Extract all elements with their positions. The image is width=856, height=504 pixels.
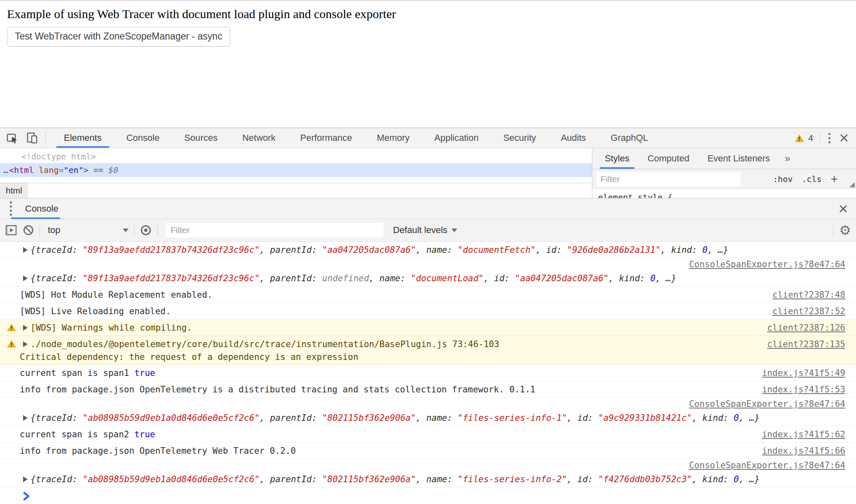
console-message-text: current span is span2 true	[0, 429, 155, 439]
warning-count-badge[interactable]: 4	[794, 133, 813, 143]
tab-application[interactable]: Application	[422, 128, 491, 148]
selected-html-node[interactable]: …<html lang="en"> == $0	[0, 163, 592, 177]
tab-event-listeners[interactable]: Event Listeners	[698, 148, 779, 169]
expand-triangle-icon[interactable]	[23, 275, 28, 281]
styles-filter-row: :hov .cls +	[592, 169, 856, 189]
console-sidebar-icon[interactable]	[5, 224, 17, 236]
drawer-close-icon[interactable]	[838, 203, 849, 214]
warning-count: 4	[808, 133, 813, 143]
warning-icon	[7, 340, 16, 350]
resize-grip-icon[interactable]	[849, 182, 855, 187]
console-message: ConsoleSpanExporter.js?8e47:64{traceId: …	[0, 258, 856, 287]
expand-triangle-icon[interactable]	[23, 247, 28, 253]
expand-triangle-icon[interactable]	[23, 341, 28, 347]
page-title: Example of using Web Tracer with documen…	[0, 1, 856, 21]
source-link[interactable]: ConsoleSpanExporter.js?8e47:64	[689, 259, 845, 269]
source-link-row: ConsoleSpanExporter.js?8e47:64	[0, 459, 856, 471]
source-link[interactable]: client?2387:52	[772, 306, 845, 316]
tab-styles[interactable]: Styles	[596, 148, 638, 169]
tab-security[interactable]: Security	[491, 128, 548, 148]
test-webtracer-button[interactable]: Test WebTracer with ZoneScopeManager - a…	[7, 27, 230, 47]
console-message: [WDS] Hot Module Replacement enabled.cli…	[0, 287, 856, 303]
tab-network[interactable]: Network	[230, 128, 288, 148]
prompt-chevron-icon	[22, 491, 31, 502]
doctype-node[interactable]: <!doctype html>	[0, 149, 592, 163]
web-page-area: Example of using Web Tracer with documen…	[0, 0, 856, 129]
tab-audits[interactable]: Audits	[548, 128, 598, 148]
elements-panel: <!doctype html> …<html lang="en"> == $0 …	[0, 148, 856, 198]
styles-rules-clipped: element.style {	[592, 189, 856, 198]
console-settings-gear-icon[interactable]: ⚙	[839, 224, 851, 237]
tab-computed[interactable]: Computed	[638, 148, 699, 169]
styles-sidebar: StylesComputedEvent Listeners» :hov .cls…	[592, 148, 856, 198]
source-link[interactable]: client?2387:126	[767, 323, 845, 333]
toggle-device-toolbar-icon[interactable]	[26, 131, 39, 145]
console-message-row: current span is span1 trueindex.js?41f5:…	[0, 365, 856, 381]
divider	[820, 132, 820, 144]
divider	[134, 224, 134, 236]
new-style-rule-button[interactable]: +	[830, 172, 838, 186]
console-message-text: info from package.json OpenTelemetry Web…	[0, 446, 296, 456]
console-message-row: {traceId: "89f13a9aefdd217837b74326df23c…	[0, 270, 856, 286]
tab-sources[interactable]: Sources	[172, 128, 230, 148]
source-link[interactable]: index.js?41f5:62	[762, 429, 845, 439]
source-link[interactable]: index.js?41f5:53	[762, 385, 845, 394]
source-link[interactable]: client?2387:48	[772, 290, 845, 300]
styles-overflow-tabs-icon[interactable]: »	[779, 148, 796, 169]
clear-console-icon[interactable]	[23, 224, 34, 236]
toggle-class-button[interactable]: .cls	[802, 174, 821, 184]
console-message-text: [WDS] Hot Module Replacement enabled.	[0, 290, 213, 300]
console-message-row: info from package.json OpenTelemetry is …	[0, 381, 856, 397]
collapsed-ellipsis[interactable]: …	[3, 165, 8, 175]
devtools-tabs: ElementsConsoleSourcesNetworkPerformance…	[51, 128, 660, 148]
source-link[interactable]: ConsoleSpanExporter.js?8e47:64	[689, 460, 845, 470]
devtools-close-icon[interactable]	[839, 133, 849, 143]
console-message-row: [WDS] Hot Module Replacement enabled.cli…	[0, 287, 856, 303]
expand-triangle-icon[interactable]	[23, 325, 28, 331]
console-toolbar: top Default levels ⚙	[0, 219, 856, 242]
expand-triangle-icon[interactable]	[23, 415, 28, 421]
devtools-menu-icon[interactable]	[827, 131, 832, 145]
console-message-text: [WDS] Live Reloading enabled.	[0, 306, 171, 316]
console-filter-input[interactable]	[166, 223, 384, 238]
console-message-row: Critical dependency: the request of a de…	[0, 352, 856, 364]
console-message: current span is span1 trueindex.js?41f5:…	[0, 365, 856, 381]
execution-context-selector[interactable]: top	[45, 225, 129, 236]
console-prompt[interactable]	[0, 488, 856, 504]
element-style-rule: element.style {	[598, 192, 856, 198]
console-message-text: {traceId: "ab08985b59d9eb1a0d846d6e0e5cf…	[0, 413, 760, 423]
devtools-tabbar: ElementsConsoleSourcesNetworkPerformance…	[0, 128, 856, 148]
dom-tree: <!doctype html> …<html lang="en"> == $0 …	[0, 148, 592, 198]
console-warning-message: ./node_modules/@opentelemetry/core/build…	[0, 336, 856, 365]
console-message-text: ./node_modules/@opentelemetry/core/build…	[0, 339, 499, 349]
dropdown-caret-icon	[451, 229, 457, 232]
divider	[40, 224, 40, 236]
console-drawer-header: Console	[0, 198, 856, 219]
source-link[interactable]: client?2387:135	[767, 339, 845, 349]
console-message-text: Critical dependency: the request of a de…	[0, 352, 358, 362]
divider	[45, 132, 46, 144]
source-link[interactable]: index.js?41f5:66	[762, 446, 845, 456]
toggle-hover-state-button[interactable]: :hov	[773, 174, 793, 184]
tab-performance[interactable]: Performance	[288, 128, 365, 148]
tab-graphql[interactable]: GraphQL	[599, 128, 661, 148]
console-message-row: [WDS] Warnings while compiling.client?23…	[0, 320, 856, 336]
log-levels-dropdown[interactable]: Default levels	[393, 225, 457, 236]
console-message-row: {traceId: "ab08985b59d9eb1a0d846d6e0e5cf…	[0, 471, 856, 487]
inspect-element-icon[interactable]	[6, 131, 19, 145]
source-link[interactable]: ConsoleSpanExporter.js?8e47:64	[689, 399, 845, 409]
tab-console[interactable]: Console	[114, 128, 172, 148]
console-message-row: [WDS] Live Reloading enabled.client?2387…	[0, 303, 856, 319]
styles-filter-input[interactable]	[596, 172, 741, 186]
tab-console-drawer[interactable]: Console	[24, 198, 59, 219]
console-message-row: {traceId: "ab08985b59d9eb1a0d846d6e0e5cf…	[0, 410, 856, 426]
create-live-expression-eye-icon[interactable]	[140, 224, 152, 236]
source-link[interactable]: index.js?41f5:49	[762, 368, 845, 378]
expand-triangle-icon[interactable]	[23, 476, 28, 482]
breadcrumb-html[interactable]: html	[0, 183, 28, 198]
console-message: ConsoleSpanExporter.js?8e47:64{traceId: …	[0, 459, 856, 488]
tab-memory[interactable]: Memory	[365, 128, 422, 148]
drawer-menu-icon[interactable]	[8, 200, 14, 217]
devtools-panel: ElementsConsoleSourcesNetworkPerformance…	[0, 128, 856, 504]
tab-elements[interactable]: Elements	[51, 128, 114, 148]
